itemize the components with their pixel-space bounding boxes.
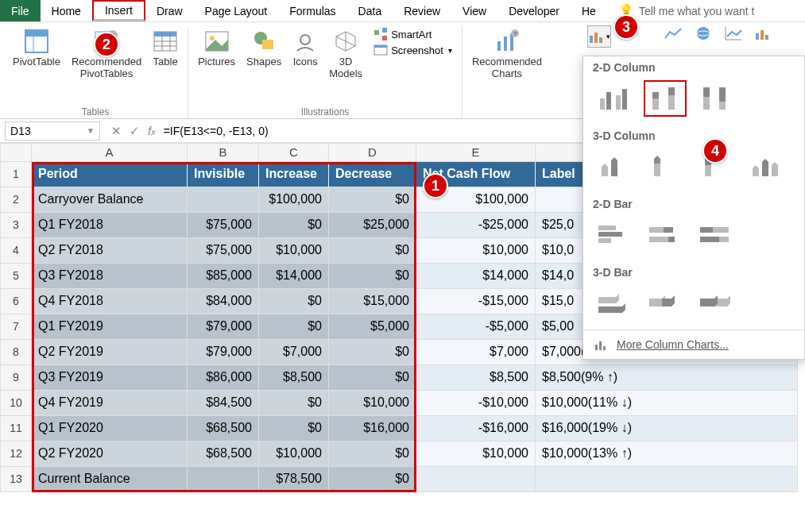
cell[interactable]: Q1 FY2020 — [32, 416, 188, 441]
tab-draw[interactable]: Draw — [145, 0, 194, 21]
smartart-button[interactable]: SmartArt — [370, 27, 455, 41]
cell[interactable]: $0 — [329, 441, 416, 467]
col-header-B[interactable]: B — [188, 143, 259, 162]
cell[interactable] — [536, 467, 798, 492]
header-period[interactable]: Period — [32, 162, 188, 187]
row-header[interactable]: 11 — [0, 416, 32, 441]
cell[interactable]: Q3 FY2019 — [32, 365, 188, 391]
row-header[interactable]: 2 — [0, 187, 32, 213]
cancel-formula-icon[interactable]: ✕ — [111, 124, 122, 138]
tab-file[interactable]: File — [0, 0, 41, 21]
cell[interactable]: $10,000 — [259, 238, 329, 264]
stacked-bar-option[interactable] — [644, 217, 687, 253]
cell[interactable]: $0 — [259, 289, 329, 314]
cell[interactable]: $8,500 — [259, 365, 329, 391]
cell[interactable]: $8,500 — [416, 365, 536, 391]
clustered-bar-option[interactable] — [593, 217, 636, 253]
row-header[interactable]: 6 — [0, 289, 32, 314]
tab-help[interactable]: He — [571, 0, 607, 21]
cell[interactable]: $0 — [259, 416, 329, 441]
select-all-corner[interactable] — [0, 143, 32, 162]
cell[interactable]: Q1 FY2019 — [32, 314, 188, 340]
cell[interactable]: $0 — [259, 213, 329, 238]
tab-view[interactable]: View — [451, 0, 497, 21]
cell[interactable]: Q3 FY2018 — [32, 264, 188, 289]
stacked-column-option[interactable] — [644, 80, 687, 117]
cell[interactable]: $10,000 — [416, 441, 536, 467]
cell[interactable]: $5,000 — [329, 314, 416, 340]
combo-chart-button[interactable] — [754, 25, 773, 41]
3d-clustered-bar-option[interactable] — [593, 285, 636, 322]
cell[interactable]: $10,000 — [259, 441, 329, 467]
cell[interactable]: $79,000 — [188, 314, 259, 340]
3d-models-button[interactable]: 3D Models — [326, 27, 366, 81]
cell[interactable]: $7,000 — [416, 340, 536, 365]
cell[interactable]: $0 — [329, 467, 416, 492]
cell[interactable] — [416, 467, 536, 492]
pivottable-button[interactable]: PivotTable — [10, 27, 64, 69]
row-header[interactable]: 7 — [0, 314, 32, 340]
cell[interactable]: $16,000(19% ↓) — [536, 416, 798, 441]
cell[interactable]: Carryover Balance — [32, 187, 188, 213]
cell[interactable]: $10,000 — [329, 391, 416, 416]
cell[interactable]: -$5,000 — [416, 314, 536, 340]
cell[interactable]: Q2 FY2018 — [32, 238, 188, 264]
cell[interactable]: $25,000 — [329, 213, 416, 238]
cell[interactable]: -$25,000 — [416, 213, 536, 238]
recommended-charts-button[interactable]: ? Recommended Charts — [469, 27, 545, 81]
screenshot-button[interactable]: Screenshot▾ — [370, 43, 455, 57]
cell[interactable]: $68,500 — [188, 416, 259, 441]
cell[interactable]: Q4 FY2018 — [32, 289, 188, 314]
row-header[interactable]: 3 — [0, 213, 32, 238]
tab-pagelayout[interactable]: Page Layout — [194, 0, 279, 21]
header-increase[interactable]: Increase — [259, 162, 329, 187]
3d-column-option[interactable] — [745, 148, 788, 185]
cell[interactable]: $75,000 — [188, 238, 259, 264]
cell[interactable]: Q4 FY2019 — [32, 391, 188, 416]
row-header[interactable]: 10 — [0, 391, 32, 416]
pictures-button[interactable]: Pictures — [195, 27, 238, 69]
insert-column-chart-button[interactable]: ▾ — [587, 25, 611, 48]
cell[interactable]: $0 — [259, 314, 329, 340]
cell[interactable]: $84,000 — [188, 289, 259, 314]
cell[interactable]: $0 — [329, 365, 416, 391]
col-header-C[interactable]: C — [259, 143, 329, 162]
cell[interactable]: $85,000 — [188, 264, 259, 289]
cell[interactable]: $10,000(13% ↑) — [536, 441, 798, 467]
cell[interactable]: -$16,000 — [416, 416, 536, 441]
cell[interactable]: $79,000 — [188, 340, 259, 365]
cell[interactable]: $14,000 — [259, 264, 329, 289]
col-header-D[interactable]: D — [329, 143, 416, 162]
col-header-A[interactable]: A — [32, 143, 188, 162]
cell[interactable]: Q2 FY2020 — [32, 441, 188, 467]
row-header[interactable]: 9 — [0, 365, 32, 391]
cell[interactable]: Current Balance — [32, 467, 188, 492]
cell[interactable]: $84,500 — [188, 391, 259, 416]
cell[interactable]: Q2 FY2019 — [32, 340, 188, 365]
tab-formulas[interactable]: Formulas — [278, 0, 346, 21]
cell[interactable] — [188, 187, 259, 213]
cell[interactable]: $15,000 — [329, 289, 416, 314]
cell[interactable]: $68,500 — [188, 441, 259, 467]
3d-stacked-column-option[interactable] — [644, 148, 687, 185]
tab-data[interactable]: Data — [347, 0, 393, 21]
name-box[interactable]: D13 ▼ — [5, 121, 100, 141]
shapes-button[interactable]: Shapes — [243, 27, 284, 69]
cell[interactable]: $10,000(11% ↓) — [536, 391, 798, 416]
3d-stacked-bar-option[interactable] — [644, 285, 687, 322]
tab-home[interactable]: Home — [41, 0, 92, 21]
row-header-1[interactable]: 1 — [0, 162, 32, 187]
fx-icon[interactable]: fx — [148, 124, 156, 137]
line-chart-button[interactable] — [664, 25, 683, 41]
3d-100pct-stacked-bar-option[interactable] — [695, 285, 737, 322]
row-header[interactable]: 5 — [0, 264, 32, 289]
cell[interactable]: $8,500(9% ↑) — [536, 365, 798, 391]
cell[interactable]: $0 — [329, 238, 416, 264]
cell[interactable]: $10,000 — [416, 238, 536, 264]
row-header[interactable]: 12 — [0, 441, 32, 467]
cell[interactable] — [188, 467, 259, 492]
3d-clustered-column-option[interactable] — [593, 148, 636, 185]
cell[interactable]: Q1 FY2018 — [32, 213, 188, 238]
cell[interactable]: $75,000 — [188, 213, 259, 238]
header-decrease[interactable]: Decrease — [329, 162, 416, 187]
